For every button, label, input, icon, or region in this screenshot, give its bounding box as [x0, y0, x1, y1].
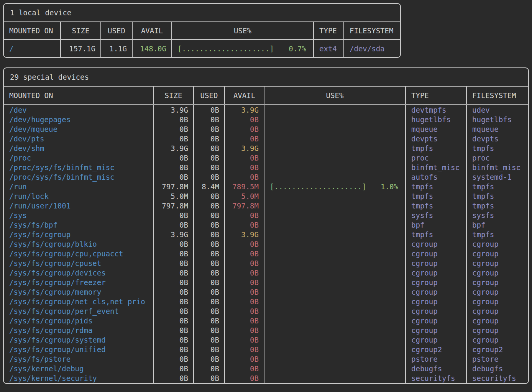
column-header-filesystem: FILESYSTEM	[344, 22, 400, 39]
column-header-size: SIZE	[154, 87, 194, 104]
cell-size: 797.8M	[154, 182, 194, 191]
cell-filesystem: sysfs	[467, 210, 528, 220]
cell-avail: 0B	[225, 172, 264, 182]
cell-avail: 0B	[225, 134, 264, 143]
usage-bar: [....................]	[270, 182, 366, 191]
cell-size: 3.9G	[154, 230, 194, 239]
cell-used: 0B	[194, 191, 225, 201]
cell-filesystem: mqueue	[467, 124, 528, 134]
cell-size: 0B	[154, 277, 194, 287]
cell-used: 0B	[194, 134, 225, 143]
cell-avail: 0B	[225, 277, 264, 287]
cell-size: 0B	[154, 306, 194, 316]
table-row: /sys/fs/cgroup/devices0B0B0Bcgroupcgroup	[4, 268, 528, 277]
cell-usage	[264, 297, 406, 306]
cell-size: 0B	[154, 239, 194, 249]
cell-used: 0B	[194, 268, 225, 277]
cell-mounted-on: /sys/fs/cgroup/unified	[4, 344, 154, 354]
cell-mounted-on: /run/user/1001	[4, 201, 154, 210]
cell-filesystem: securityfs	[467, 373, 528, 383]
cell-avail: 0B	[225, 268, 264, 277]
cell-usage	[264, 115, 406, 124]
cell-filesystem: proc	[467, 153, 528, 162]
cell-size: 0B	[154, 172, 194, 182]
local-table-rows: /157.1G1.1G148.0G[....................]0…	[4, 40, 400, 57]
cell-usage	[264, 153, 406, 162]
cell-used: 0B	[194, 220, 225, 230]
cell-usage: [....................]0.7%	[172, 40, 314, 57]
cell-usage	[264, 316, 406, 325]
column-header-avail: AVAIL	[133, 22, 172, 39]
cell-type: tmpfs	[406, 143, 467, 153]
cell-used: 0B	[194, 143, 225, 153]
cell-type: cgroup	[406, 277, 467, 287]
cell-type: devtmpfs	[406, 105, 467, 115]
table-row: /sys/fs/cgroup/memory0B0B0Bcgroupcgroup	[4, 287, 528, 297]
cell-avail: 0B	[225, 344, 264, 354]
usage-percent: 0.7%	[289, 44, 306, 53]
cell-filesystem: cgroup	[467, 335, 528, 344]
cell-size: 5.0M	[154, 191, 194, 201]
column-header-mounted-on: MOUNTED ON	[4, 22, 61, 39]
cell-avail: 0B	[225, 153, 264, 162]
column-header-type: TYPE	[406, 87, 467, 104]
cell-used: 0B	[194, 364, 225, 373]
cell-size: 0B	[154, 268, 194, 277]
cell-filesystem: udev	[467, 105, 528, 115]
cell-type: tmpfs	[406, 182, 467, 191]
cell-type: cgroup	[406, 239, 467, 249]
cell-type: cgroup	[406, 287, 467, 297]
cell-usage	[264, 364, 406, 373]
cell-size: 3.9G	[154, 143, 194, 153]
cell-mounted-on: /sys/kernel/security	[4, 373, 154, 383]
usage-bar: [....................]	[177, 44, 274, 53]
terminal-screen: 1 local device MOUNTED ONSIZEUSEDAVAILUS…	[3, 3, 529, 384]
cell-filesystem: debugfs	[467, 364, 528, 373]
cell-usage	[264, 230, 406, 239]
column-header-use-: USE%	[264, 87, 406, 104]
cell-avail: 0B	[225, 354, 264, 364]
cell-type: binfmt_misc	[406, 162, 467, 172]
cell-mounted-on: /dev/mqueue	[4, 124, 154, 134]
cell-size: 0B	[154, 210, 194, 220]
local-table-header-row: MOUNTED ONSIZEUSEDAVAILUSE%TYPEFILESYSTE…	[4, 22, 400, 40]
table-row: /dev3.9G0B3.9Gdevtmpfsudev	[4, 105, 528, 115]
cell-filesystem: cgroup	[467, 325, 528, 335]
cell-usage	[264, 249, 406, 258]
cell-usage	[264, 124, 406, 134]
cell-mounted-on: /proc	[4, 153, 154, 162]
cell-avail: 0B	[225, 210, 264, 220]
cell-used: 0B	[194, 115, 225, 124]
column-header-used: USED	[101, 22, 133, 39]
cell-type: cgroup	[406, 258, 467, 268]
table-row: /run797.8M8.4M789.5M[...................…	[4, 182, 528, 191]
table-row: /sys/fs/cgroup/cpu,cpuacct0B0B0Bcgroupcg…	[4, 249, 528, 258]
cell-used: 0B	[194, 297, 225, 306]
cell-used: 0B	[194, 306, 225, 316]
cell-avail: 3.9G	[225, 143, 264, 153]
cell-mounted-on: /dev	[4, 105, 154, 115]
cell-usage	[264, 134, 406, 143]
cell-avail: 0B	[225, 335, 264, 344]
table-row: /proc/sys/fs/binfmt_misc0B0B0Bbinfmt_mis…	[4, 162, 528, 172]
special-table-rows: /dev3.9G0B3.9Gdevtmpfsudev/dev/hugepages…	[4, 105, 528, 383]
cell-type: cgroup	[406, 306, 467, 316]
cell-type: hugetlbfs	[406, 115, 467, 124]
cell-mounted-on: /sys/fs/cgroup/memory	[4, 287, 154, 297]
cell-type: mqueue	[406, 124, 467, 134]
cell-size: 0B	[154, 124, 194, 134]
local-devices-table: 1 local device MOUNTED ONSIZEUSEDAVAILUS…	[3, 3, 401, 58]
cell-used: 0B	[194, 354, 225, 364]
special-table-header-row: MOUNTED ONSIZEUSEDAVAILUSE%TYPEFILESYSTE…	[4, 87, 528, 105]
cell-used: 0B	[194, 239, 225, 249]
table-row: /sys/fs/cgroup/pids0B0B0Bcgroupcgroup	[4, 316, 528, 325]
cell-size: 0B	[154, 162, 194, 172]
cell-avail: 797.8M	[225, 201, 264, 210]
cell-mounted-on: /sys/fs/cgroup/devices	[4, 268, 154, 277]
cell-filesystem: tmpfs	[467, 182, 528, 191]
cell-usage	[264, 344, 406, 354]
cell-filesystem: tmpfs	[467, 230, 528, 239]
table-row: /proc0B0B0Bprocproc	[4, 153, 528, 162]
cell-mounted-on: /sys/fs/cgroup/net_cls,net_prio	[4, 297, 154, 306]
table-row: /sys/fs/cgroup/systemd0B0B0Bcgroupcgroup	[4, 335, 528, 344]
